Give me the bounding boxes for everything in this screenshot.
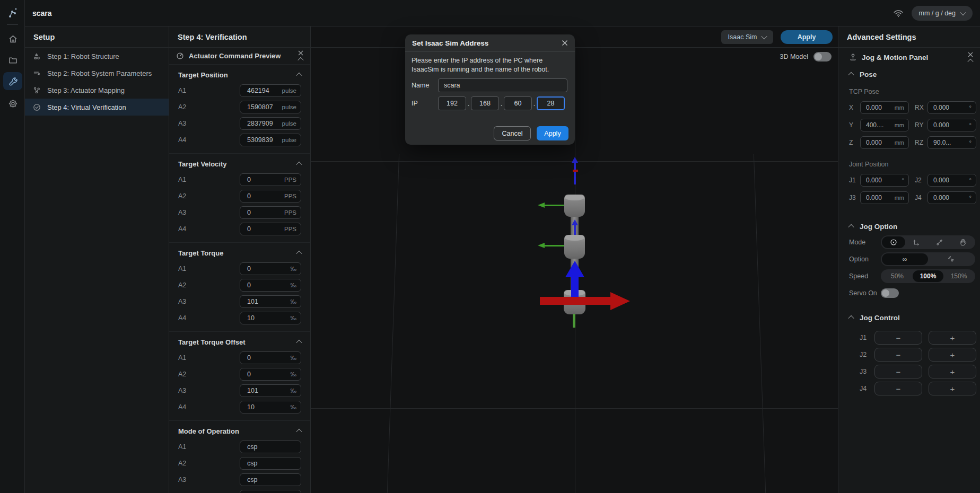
viewport-apply-button[interactable]: Apply [781, 30, 833, 44]
jog-control-row: J3 − + [838, 363, 980, 380]
joint-j2-input[interactable]: 0.000° [928, 174, 976, 187]
chevron-up-icon[interactable] [296, 162, 302, 168]
j2-plus-button[interactable]: + [929, 348, 976, 362]
sidebar-item-step3[interactable]: Step 3: Actuator Mapping [25, 82, 169, 99]
cancel-button[interactable]: Cancel [494, 126, 531, 140]
field-input[interactable]: 1590807pulse [240, 101, 301, 113]
field-input[interactable]: 101‰ [240, 295, 301, 308]
field-unit: pulse [282, 87, 301, 94]
field-label: A1 [178, 87, 186, 94]
tcp-y-input[interactable]: 400....mm [860, 119, 909, 131]
chevron-up-icon[interactable] [296, 251, 302, 257]
servo-on-toggle[interactable] [881, 288, 899, 298]
chevron-up-icon[interactable] [296, 340, 302, 346]
tcp-rz-input[interactable]: 90.0...° [928, 136, 976, 149]
field-input[interactable]: 0‰ [240, 279, 301, 292]
ip-octet-2-input[interactable]: 168 [471, 96, 499, 110]
mode-path-jog-button[interactable] [928, 236, 951, 248]
tcp-ry-input[interactable]: 0.000° [928, 119, 976, 131]
speed-100-button[interactable]: 100% [913, 270, 943, 282]
field-input[interactable]: 10‰ [240, 312, 301, 324]
mode-free-drive-button[interactable] [951, 236, 975, 248]
ip-octet-3-input[interactable]: 60 [504, 96, 532, 110]
field-unit: PPS [284, 209, 301, 216]
mode-joint-jog-button[interactable] [882, 236, 905, 248]
joint-j4-input[interactable]: 0.000° [928, 191, 976, 204]
actuator-field-row: A3csp [178, 471, 301, 488]
option-continuous-button[interactable]: ∞ [882, 253, 928, 265]
field-input[interactable]: 462194pulse [240, 84, 301, 97]
field-input[interactable]: csp [240, 457, 301, 470]
field-input[interactable]: 0PPS [240, 206, 301, 219]
j2-minus-button[interactable]: − [874, 348, 922, 362]
setup-tools-button[interactable] [3, 72, 22, 90]
chevron-up-icon[interactable] [296, 429, 302, 435]
j4-plus-button[interactable]: + [929, 382, 976, 395]
field-input[interactable]: 0‰ [240, 351, 301, 364]
j3-minus-button[interactable]: − [874, 365, 922, 378]
field-label: A1 [178, 354, 186, 362]
collapse-icon[interactable] [298, 57, 303, 63]
j4-minus-button[interactable]: − [874, 382, 922, 395]
section-title: Target Velocity [178, 160, 297, 168]
ip-octet-4-input[interactable]: 28 [537, 96, 565, 110]
field-label: Y [849, 121, 860, 129]
field-input[interactable]: 0‰ [240, 368, 301, 381]
field-input[interactable]: 0PPS [240, 223, 301, 235]
j1-minus-button[interactable]: − [874, 331, 922, 345]
field-input[interactable]: 0‰ [240, 262, 301, 275]
j3-plus-button[interactable]: + [929, 365, 976, 378]
close-icon[interactable] [968, 52, 973, 57]
home-button[interactable] [3, 30, 22, 48]
field-input[interactable]: 0PPS [240, 190, 301, 203]
jog-control-header: Jog Control [838, 310, 980, 325]
tcp-x-input[interactable]: 0.000mm [860, 101, 909, 114]
field-input[interactable]: 101‰ [240, 384, 301, 397]
joint-j1-input[interactable]: 0.000° [860, 174, 909, 187]
tcp-rx-input[interactable]: 0.000° [928, 101, 976, 114]
sidebar-item-step1[interactable]: Step 1: Robot Structure [25, 48, 169, 65]
units-selector[interactable]: mm / g / deg [912, 6, 973, 21]
sidebar-item-step2[interactable]: Step 2: Robot System Parameters [25, 65, 169, 82]
collapse-icon[interactable] [967, 58, 973, 64]
projects-button[interactable] [3, 51, 22, 69]
option-step-tap-button[interactable] [928, 253, 974, 265]
chevron-up-icon[interactable] [848, 224, 854, 230]
sidebar-item-step4[interactable]: Step 4: Virtual Verification [25, 99, 169, 116]
chevron-up-icon[interactable] [848, 315, 854, 321]
field-input[interactable]: 5309839pulse [240, 134, 301, 146]
pose-section-title: Pose [860, 71, 877, 78]
j1-plus-button[interactable]: + [929, 331, 976, 345]
jog-option-title: Jog Option [860, 223, 897, 231]
robot-name-input[interactable] [438, 78, 567, 92]
mode-cartesian-jog-button[interactable] [905, 236, 929, 248]
actuator-preview-title: Actuator Command Preview [189, 52, 293, 60]
tcp-z-input[interactable]: 0.000mm [860, 136, 909, 149]
close-icon[interactable] [562, 40, 568, 46]
field-label: Z [849, 139, 860, 146]
field-value: 101 [240, 387, 291, 394]
sim-target-select[interactable]: Isaac Sim [721, 30, 773, 44]
field-input[interactable]: 0PPS [240, 173, 301, 186]
section-target-torque-offset: Target Torque Offset A10‰ A20‰ A3101‰ A4… [169, 331, 310, 420]
speed-50-button[interactable]: 50% [882, 270, 913, 282]
settings-button[interactable] [3, 94, 22, 112]
chevron-up-icon[interactable] [848, 72, 854, 78]
apply-button[interactable]: Apply [537, 126, 568, 140]
section-title: Mode of Operation [178, 427, 297, 435]
field-input[interactable]: csp [240, 473, 301, 486]
parameters-list-icon [32, 69, 41, 78]
joint-j3-input[interactable]: 0.000mm [860, 191, 909, 204]
field-input[interactable]: 10‰ [240, 401, 301, 413]
speed-150-button[interactable]: 150% [943, 270, 974, 282]
field-input[interactable]: csp [240, 441, 301, 453]
wifi-icon[interactable] [892, 8, 904, 18]
field-input[interactable]: csp [240, 490, 301, 493]
field-value: 1590807 [240, 103, 282, 111]
ip-octet-1-input[interactable]: 192 [438, 96, 466, 110]
field-input[interactable]: 2837909pulse [240, 117, 301, 130]
close-icon[interactable] [298, 50, 303, 56]
field-value: 101 [240, 298, 291, 305]
actuator-preview-header: Actuator Command Preview [169, 48, 310, 64]
chevron-up-icon[interactable] [296, 73, 302, 78]
